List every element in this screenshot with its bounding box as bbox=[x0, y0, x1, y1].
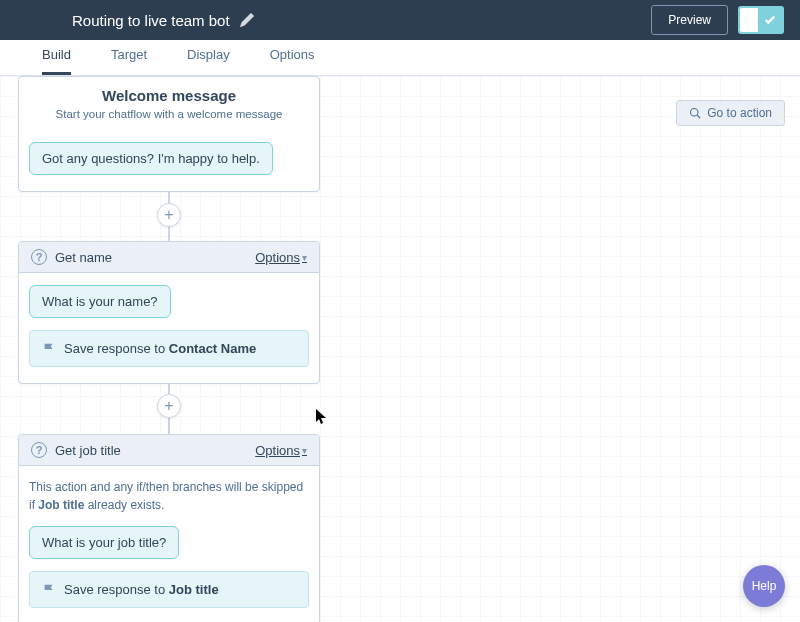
skip-condition-text: This action and any if/then branches wil… bbox=[29, 478, 309, 514]
flag-icon bbox=[42, 583, 56, 597]
node-options-dropdown[interactable]: Options ▾ bbox=[255, 443, 307, 458]
add-step-button[interactable]: + bbox=[157, 203, 181, 227]
cursor-icon bbox=[316, 409, 328, 428]
save-response-bar[interactable]: Save response to Contact Name bbox=[29, 330, 309, 367]
node-title: Get name bbox=[55, 250, 112, 265]
help-label: Help bbox=[752, 579, 777, 593]
welcome-bubble[interactable]: Got any questions? I'm happy to help. bbox=[29, 142, 273, 175]
flag-icon bbox=[42, 342, 56, 356]
question-icon: ? bbox=[31, 442, 47, 458]
tab-target[interactable]: Target bbox=[111, 47, 147, 75]
app-header: Routing to live team bot Preview bbox=[0, 0, 800, 40]
save-response-bar[interactable]: Save response to Job title bbox=[29, 571, 309, 608]
node-get-name[interactable]: ? Get name Options ▾ What is your name? … bbox=[18, 241, 320, 384]
options-label: Options bbox=[255, 250, 300, 265]
svg-point-0 bbox=[691, 109, 699, 117]
search-icon bbox=[689, 107, 701, 119]
node-title: Get job title bbox=[55, 443, 121, 458]
save-text: Save response to Contact Name bbox=[64, 341, 256, 356]
confirm-button[interactable] bbox=[738, 6, 784, 34]
tab-display[interactable]: Display bbox=[187, 47, 230, 75]
welcome-subtitle: Start your chatflow with a welcome messa… bbox=[35, 108, 303, 120]
add-step-button[interactable]: + bbox=[157, 394, 181, 418]
node-header: ? Get name Options ▾ bbox=[19, 242, 319, 273]
tab-options[interactable]: Options bbox=[270, 47, 315, 75]
header-right: Preview bbox=[651, 5, 784, 35]
tab-build[interactable]: Build bbox=[42, 47, 71, 75]
save-text: Save response to Job title bbox=[64, 582, 219, 597]
chevron-down-icon: ▾ bbox=[302, 445, 307, 456]
job-bubble[interactable]: What is your job title? bbox=[29, 526, 179, 559]
options-label: Options bbox=[255, 443, 300, 458]
goto-action-label: Go to action bbox=[707, 106, 772, 120]
goto-action-button[interactable]: Go to action bbox=[676, 100, 785, 126]
help-button[interactable]: Help bbox=[743, 565, 785, 607]
node-welcome[interactable]: Welcome message Start your chatflow with… bbox=[18, 76, 320, 192]
node-get-job-title[interactable]: ? Get job title Options ▾ This action an… bbox=[18, 434, 320, 622]
node-header: ? Get job title Options ▾ bbox=[19, 435, 319, 466]
preview-button[interactable]: Preview bbox=[651, 5, 728, 35]
node-options-dropdown[interactable]: Options ▾ bbox=[255, 250, 307, 265]
header-left: Routing to live team bot bbox=[72, 12, 254, 29]
welcome-title: Welcome message bbox=[35, 87, 303, 104]
flow-canvas[interactable]: Go to action Welcome message Start your … bbox=[0, 76, 800, 622]
edit-icon[interactable] bbox=[240, 13, 254, 27]
chevron-down-icon: ▾ bbox=[302, 252, 307, 263]
chatflow-title: Routing to live team bot bbox=[72, 12, 230, 29]
question-icon: ? bbox=[31, 249, 47, 265]
name-bubble[interactable]: What is your name? bbox=[29, 285, 171, 318]
tab-bar: Build Target Display Options bbox=[0, 40, 800, 76]
